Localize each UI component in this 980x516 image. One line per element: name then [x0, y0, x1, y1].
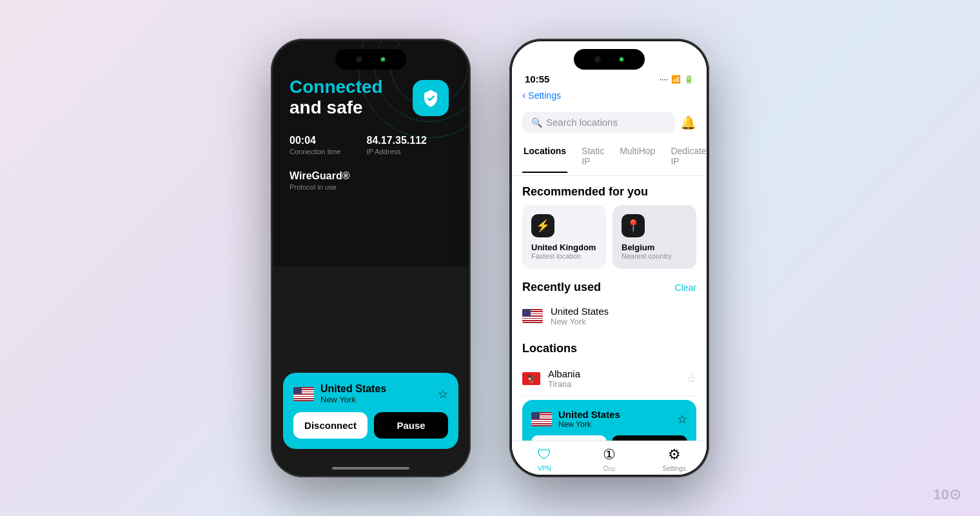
- search-container: 🔍 Search locations 🔔: [512, 106, 707, 138]
- connected-label: Connected: [289, 77, 383, 97]
- albania-star-icon[interactable]: ☆: [686, 372, 696, 386]
- recently-used-header: Recently used Clear: [512, 278, 707, 299]
- rec-card-uk-icon: ⚡: [531, 214, 554, 237]
- di-camera: [356, 56, 362, 63]
- pause-button[interactable]: Pause: [374, 412, 448, 439]
- favorite-star-icon[interactable]: ☆: [438, 387, 448, 401]
- settings-tab-icon: ⚙: [668, 446, 681, 463]
- shield-svg: [421, 88, 440, 108]
- tab-static-ip[interactable]: Static IP: [580, 141, 605, 173]
- connection-time-value: 00:04: [289, 135, 341, 146]
- location-info: United States New York: [293, 383, 386, 404]
- location-card-header: United States New York ☆: [293, 383, 448, 404]
- status-icons: ···· 📶 🔋: [660, 75, 694, 84]
- connection-info: 00:04 Connection time 84.17.35.112 IP Ad…: [289, 135, 427, 155]
- protocol-info: WireGuard® Protocol in use: [289, 170, 349, 191]
- one-tab-icon: ①: [603, 446, 616, 463]
- di-sensor: [380, 56, 386, 63]
- back-arrow-icon[interactable]: ‹: [522, 90, 525, 101]
- selected-loc-info: United States New York: [531, 409, 620, 429]
- vpn-bottom-section: × United States New York: [273, 266, 468, 475]
- rec-card-belgium-sub: Nearest country: [622, 252, 687, 260]
- rec-card-uk[interactable]: ⚡ United Kingdom Fastest location: [522, 205, 606, 269]
- albania-location-text: Albania Tirana: [548, 368, 580, 389]
- search-bar[interactable]: 🔍 Search locations: [522, 112, 675, 133]
- albania-city: Tirana: [548, 379, 580, 389]
- status-time: 10:55: [525, 74, 549, 84]
- wifi-icon: 📶: [671, 75, 681, 84]
- selected-country: United States: [558, 409, 620, 420]
- search-placeholder: Search locations: [546, 117, 618, 128]
- us-city: New York: [551, 317, 609, 326]
- recently-used-us[interactable]: United States New York: [512, 299, 707, 333]
- location-tabs: Locations Static IP MultiHop Dedicated I…: [512, 138, 707, 176]
- us-location-text: United States New York: [551, 306, 609, 326]
- location-country: United States: [320, 383, 386, 395]
- us-flag-icon: [293, 387, 314, 401]
- vpn-connected-screen: Connected and safe 00:04 Connection time…: [273, 41, 468, 475]
- clear-button[interactable]: Clear: [675, 283, 696, 293]
- selected-city: New York: [558, 420, 620, 429]
- ip-address-label: IP Address: [367, 148, 427, 155]
- protocol-label: Protocol in use: [289, 183, 349, 191]
- us-flag-selected: [531, 412, 552, 426]
- di-sensor-2: [618, 56, 625, 63]
- di-camera-2: [594, 56, 601, 63]
- us-country: United States: [551, 306, 609, 317]
- tab-multihop[interactable]: MultiHop: [618, 141, 656, 173]
- vpn-tab-icon: 🛡: [537, 446, 551, 463]
- recently-used-title: Recently used: [522, 281, 601, 294]
- selected-pause-button[interactable]: Pause: [612, 435, 687, 441]
- location-card: United States New York ☆ Disconnect Paus…: [283, 373, 458, 449]
- ip-address-item: 84.17.35.112 IP Address: [367, 135, 427, 155]
- phone1: Connected and safe 00:04 Connection time…: [271, 39, 471, 477]
- connected-heading: Connected and safe: [289, 77, 383, 118]
- tab-locations[interactable]: Locations: [522, 141, 567, 173]
- search-icon: 🔍: [531, 117, 542, 128]
- protocol-value: WireGuard®: [289, 170, 349, 182]
- connection-time-item: 00:04 Connection time: [289, 135, 341, 155]
- ip-address-value: 84.17.35.112: [367, 135, 427, 146]
- location-action-buttons: Disconnect Pause: [293, 412, 448, 439]
- locations-screen: 10:55 ···· 📶 🔋 ‹ Settings 🔍: [512, 41, 707, 475]
- rec-card-belgium-country: Belgium: [622, 243, 687, 252]
- vpn-shield-icon[interactable]: [413, 80, 449, 116]
- back-label[interactable]: Settings: [528, 90, 561, 101]
- back-navigation: ‹ Settings: [512, 87, 707, 106]
- location-row-albania[interactable]: 🦅 Albania Tirana ☆: [512, 362, 707, 395]
- location-city: New York: [320, 395, 386, 404]
- safe-label: and safe: [289, 97, 383, 118]
- tab-settings[interactable]: ⚙ Settings: [642, 446, 707, 472]
- tab-vpn[interactable]: 🛡 VPN: [512, 446, 577, 472]
- selected-loc-header: United States New York ☆: [531, 409, 687, 429]
- dynamic-island-2: [574, 49, 645, 70]
- selected-disconnect-button[interactable]: Disconnect: [531, 435, 607, 441]
- connection-time-label: Connection time: [289, 148, 341, 155]
- rec-card-belgium-icon: 📍: [622, 214, 645, 237]
- bottom-tab-bar: 🛡 VPN ① One ⚙ Settings: [512, 441, 707, 475]
- rec-card-uk-sub: Fastest location: [531, 252, 597, 260]
- rec-card-uk-country: United Kingdom: [531, 243, 597, 252]
- disconnect-button[interactable]: Disconnect: [293, 412, 368, 439]
- selected-loc-text: United States New York: [558, 409, 620, 429]
- selected-location-card: United States New York ☆ Disconnect Paus…: [522, 400, 696, 441]
- home-indicator: [332, 467, 409, 470]
- settings-tab-label: Settings: [663, 465, 686, 472]
- us-flag-recent: [522, 309, 543, 323]
- recommended-title: Recommended for you: [512, 176, 707, 205]
- rec-card-belgium[interactable]: 📍 Belgium Nearest country: [612, 205, 696, 269]
- albania-flag-icon: 🦅: [522, 372, 540, 385]
- location-text: United States New York: [320, 383, 386, 404]
- dynamic-island: [335, 49, 406, 70]
- selected-loc-buttons: Disconnect Pause: [531, 435, 687, 441]
- signal-icon: ····: [660, 75, 668, 84]
- tab-dedicated-ip[interactable]: Dedicated IP: [669, 141, 707, 173]
- phone2: 10:55 ···· 📶 🔋 ‹ Settings 🔍: [509, 39, 709, 477]
- bell-icon[interactable]: 🔔: [680, 115, 696, 130]
- battery-icon: 🔋: [684, 75, 694, 84]
- recommended-cards: ⚡ United Kingdom Fastest location 📍 Belg…: [512, 205, 707, 278]
- albania-country: Albania: [548, 368, 580, 379]
- vpn-tab-label: VPN: [538, 465, 551, 472]
- selected-star-icon[interactable]: ☆: [677, 412, 687, 426]
- divider-1: [522, 395, 696, 396]
